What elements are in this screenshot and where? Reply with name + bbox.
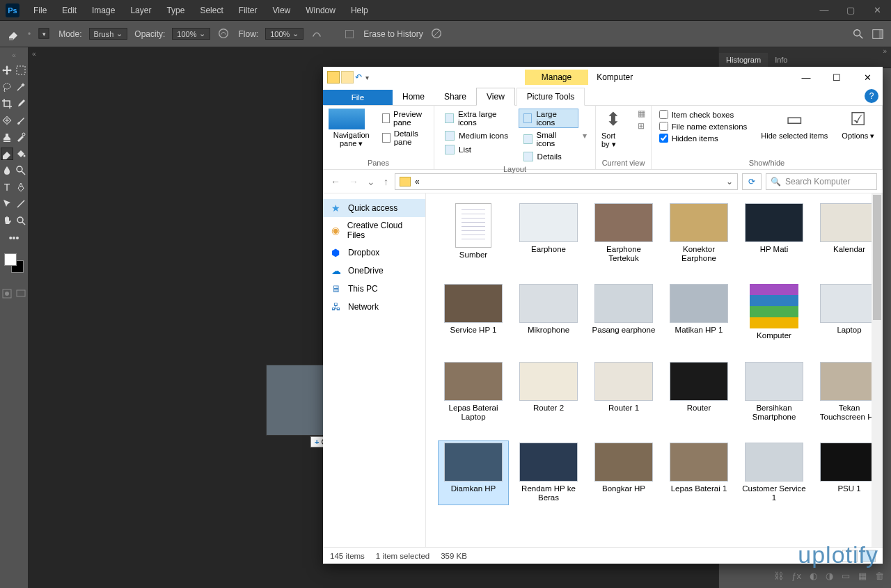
file-ext-toggle[interactable]: File name extensions — [659, 120, 748, 132]
menu-filter[interactable]: Filter — [232, 3, 265, 18]
menu-select[interactable]: Select — [193, 3, 230, 18]
dodge-tool-icon[interactable] — [15, 164, 27, 177]
tab-picture-tools[interactable]: Picture Tools — [517, 88, 585, 106]
search-icon[interactable] — [852, 28, 865, 40]
opacity-dropdown[interactable]: 100% ⌄ — [172, 28, 210, 40]
layout-medium[interactable]: Medium icons — [440, 129, 517, 142]
file-item[interactable]: Pasang earphone — [589, 283, 659, 342]
file-item[interactable]: Lepas Baterai Laptop — [439, 360, 508, 423]
file-item[interactable]: Mikrophone — [514, 283, 583, 342]
menu-layer[interactable]: Layer — [123, 3, 158, 18]
layout-details[interactable]: Details — [519, 150, 578, 163]
history-brush-icon[interactable] — [15, 131, 27, 143]
file-item[interactable]: Earphone Tertekuk — [589, 202, 659, 264]
sidebar-item-network[interactable]: 🖧Network — [323, 298, 425, 316]
sidebar-item-creative-cloud-files[interactable]: ◉Creative Cloud Files — [323, 217, 425, 244]
crop-tool-icon[interactable] — [1, 97, 13, 110]
airbrush-icon[interactable] — [310, 27, 324, 41]
file-item[interactable]: Router — [664, 360, 734, 423]
navpane-icon[interactable] — [329, 109, 365, 129]
maximize-button[interactable]: ▢ — [842, 5, 859, 15]
move-tool-icon[interactable] — [1, 64, 13, 77]
lasso-tool-icon[interactable] — [1, 81, 13, 93]
file-item[interactable]: Matikan HP 1 — [664, 283, 734, 342]
new-icon[interactable]: ▦ — [858, 571, 867, 581]
addr-dropdown-icon[interactable]: ⌄ — [726, 177, 733, 186]
sortby-button[interactable]: ⬍ Sort by ▾ — [601, 109, 625, 149]
pressure-opacity-icon[interactable] — [217, 27, 231, 41]
layout-list[interactable]: List — [440, 143, 517, 156]
menu-help[interactable]: Help — [344, 3, 375, 18]
sidebar-item-dropbox[interactable]: ⬢Dropbox — [323, 244, 425, 262]
menu-window[interactable]: Window — [299, 3, 342, 18]
layout-xlarge[interactable]: Extra large icons — [440, 109, 517, 128]
up-button[interactable]: ↑ — [381, 176, 391, 187]
collapse-icon[interactable]: « — [12, 51, 16, 59]
help-icon[interactable]: ? — [865, 89, 878, 103]
layout-small[interactable]: Small icons — [519, 129, 578, 149]
maximize-button[interactable]: ☐ — [821, 67, 852, 88]
file-item[interactable]: Service HP 1 — [439, 283, 508, 342]
qat-dropdown-icon[interactable]: ▾ — [363, 74, 371, 81]
file-item[interactable]: Komputer — [739, 283, 809, 342]
tablet-pressure-icon[interactable] — [430, 27, 444, 41]
file-item[interactable]: Diamkan HP — [439, 441, 508, 504]
menu-view[interactable]: View — [265, 3, 297, 18]
explorer-files-pane[interactable]: Sumber Earphone Earphone Tertekuk Konekt… — [426, 193, 883, 547]
sidebar-item-quick-access[interactable]: ★Quick access — [323, 199, 425, 217]
back-button[interactable]: ← — [329, 176, 342, 187]
screenmode-icon[interactable] — [15, 287, 27, 300]
tab-view[interactable]: View — [476, 88, 515, 106]
manage-tab[interactable]: Manage — [525, 70, 588, 85]
marquee-tool-icon[interactable] — [15, 64, 27, 77]
quickmask-icon[interactable] — [1, 287, 13, 300]
path-select-icon[interactable] — [1, 198, 13, 210]
panel-collapse-icon[interactable]: » — [719, 47, 891, 53]
undo-icon[interactable]: ↶ — [355, 72, 362, 82]
scrollbar[interactable] — [872, 193, 883, 547]
sizecol-icon[interactable]: ⊞ — [638, 121, 645, 131]
preview-pane-toggle[interactable]: Preview pane — [382, 109, 428, 128]
file-item[interactable]: Customer Service 1 — [739, 441, 809, 504]
tab-file[interactable]: File — [323, 90, 393, 105]
tab-home[interactable]: Home — [393, 88, 434, 105]
explorer-titlebar[interactable]: ↶ ▾ Manage Komputer — ☐ ✕ — [323, 67, 883, 88]
breadcrumb[interactable]: « — [415, 177, 420, 186]
file-item[interactable]: Konektor Earphone — [664, 202, 734, 264]
menu-file[interactable]: File — [26, 3, 54, 18]
tab-histogram[interactable]: Histogram — [719, 53, 768, 67]
erase-history-checkbox[interactable] — [345, 30, 354, 38]
menu-edit[interactable]: Edit — [55, 3, 84, 18]
eyedropper-tool-icon[interactable] — [15, 97, 27, 110]
file-item[interactable]: Rendam HP ke Beras — [514, 441, 583, 504]
minimize-button[interactable]: — — [816, 5, 833, 15]
tab-info[interactable]: Info — [768, 53, 794, 67]
flow-dropdown[interactable]: 100% ⌄ — [265, 28, 303, 40]
layout-more-icon[interactable]: ▾ — [580, 131, 590, 141]
options-button[interactable]: ☑ Options ▾ — [842, 109, 874, 141]
menu-type[interactable]: Type — [159, 3, 191, 18]
stamp-tool-icon[interactable] — [1, 131, 13, 143]
trash-icon[interactable]: 🗑 — [875, 571, 884, 581]
file-item[interactable]: HP Mati — [739, 202, 809, 264]
mode-dropdown[interactable]: Brush ⌄ — [89, 28, 128, 40]
shape-tool-icon[interactable] — [15, 198, 27, 210]
search-box[interactable]: 🔍 Search Komputer — [766, 173, 877, 190]
brush-tool-icon[interactable] — [15, 114, 27, 127]
workspace-icon[interactable] — [872, 28, 884, 40]
color-swatches[interactable] — [4, 253, 24, 273]
fg-color-swatch[interactable] — [4, 253, 17, 266]
bucket-tool-icon[interactable] — [15, 148, 27, 160]
navpane-button[interactable]: Navigation pane ▾ — [329, 131, 374, 148]
file-item[interactable]: Router 1 — [589, 360, 659, 423]
menu-image[interactable]: Image — [85, 3, 122, 18]
layout-large[interactable]: Large icons — [519, 109, 578, 128]
file-item[interactable]: Bersihkan Smartphone — [739, 360, 809, 423]
addcol-icon[interactable]: ▦ — [638, 109, 645, 118]
zoom-tool-icon[interactable] — [15, 214, 27, 227]
close-button[interactable]: ✕ — [852, 67, 883, 88]
pen-tool-icon[interactable] — [15, 181, 27, 193]
file-item[interactable]: Bongkar HP — [589, 441, 659, 504]
sidebar-item-this-pc[interactable]: 🖥This PC — [323, 280, 425, 298]
heal-tool-icon[interactable] — [1, 114, 13, 127]
